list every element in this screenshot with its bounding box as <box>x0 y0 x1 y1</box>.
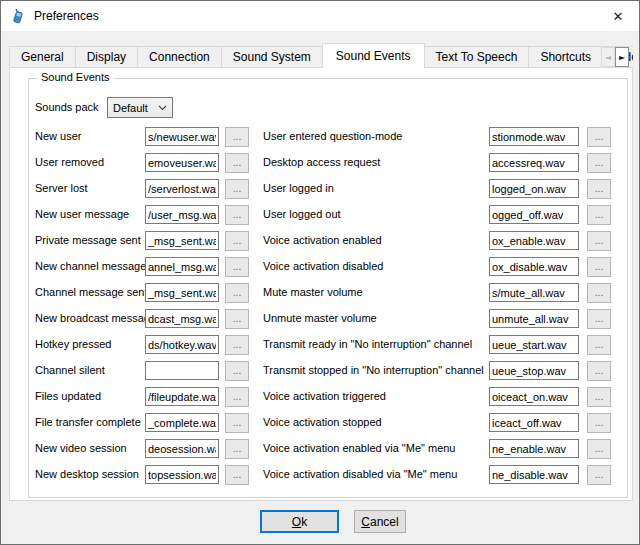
sound-file-input[interactable] <box>145 439 219 458</box>
tab-sound-system[interactable]: Sound System <box>221 46 323 67</box>
sounds-pack-select[interactable]: Default <box>107 97 173 118</box>
tab-scroll-right-button[interactable]: ► <box>615 47 629 67</box>
sound-file-input[interactable] <box>489 205 579 224</box>
chevron-down-icon <box>158 105 167 111</box>
browse-button[interactable]: ... <box>587 205 611 225</box>
event-label: User removed <box>35 156 104 168</box>
browse-button[interactable]: ... <box>587 309 611 329</box>
browse-button[interactable]: ... <box>225 127 249 147</box>
sound-event-row: Server lost ... User logged in ... <box>29 179 627 205</box>
event-label: Voice activation stopped <box>263 416 382 428</box>
sound-file-input[interactable] <box>489 361 579 380</box>
browse-button[interactable]: ... <box>225 231 249 251</box>
ok-button[interactable]: Ok <box>260 510 339 533</box>
sound-file-input[interactable] <box>489 413 579 432</box>
sound-event-row: New user ... User entered question-mode … <box>29 127 627 153</box>
sounds-pack-value: Default <box>113 102 148 114</box>
tab-text-to-speech[interactable]: Text To Speech <box>424 46 530 67</box>
browse-button[interactable]: ... <box>225 179 249 199</box>
sound-file-input[interactable] <box>489 387 579 406</box>
sound-file-input[interactable] <box>489 127 579 146</box>
sound-file-input[interactable] <box>145 153 219 172</box>
sound-file-input[interactable] <box>145 413 219 432</box>
event-label: New user message <box>35 208 129 220</box>
event-label: Desktop access request <box>263 156 380 168</box>
event-label: New desktop session <box>35 468 139 480</box>
browse-button[interactable]: ... <box>225 335 249 355</box>
close-button[interactable]: ✕ <box>597 1 639 31</box>
browse-button[interactable]: ... <box>587 465 611 485</box>
sound-event-row: New user message ... User logged out ... <box>29 205 627 231</box>
browse-button[interactable]: ... <box>587 127 611 147</box>
sound-file-input[interactable] <box>145 309 219 328</box>
window-title: Preferences <box>34 9 99 23</box>
tab-sound-events[interactable]: Sound Events <box>322 43 425 68</box>
browse-button[interactable]: ... <box>587 153 611 173</box>
browse-button[interactable]: ... <box>225 309 249 329</box>
sound-file-input[interactable] <box>145 361 219 380</box>
event-label: New broadcast message <box>35 312 156 324</box>
sound-file-input[interactable] <box>145 205 219 224</box>
tab-scroll-left-button[interactable]: ◄ <box>601 47 615 67</box>
sound-file-input[interactable] <box>145 257 219 276</box>
sound-file-input[interactable] <box>145 231 219 250</box>
sound-file-input[interactable] <box>489 283 579 302</box>
sound-file-input[interactable] <box>145 179 219 198</box>
browse-button[interactable]: ... <box>587 231 611 251</box>
sound-file-input[interactable] <box>145 283 219 302</box>
browse-button[interactable]: ... <box>225 439 249 459</box>
browse-button[interactable]: ... <box>587 257 611 277</box>
sound-event-row: Channel message sent ... Mute master vol… <box>29 283 627 309</box>
sound-file-input[interactable] <box>489 309 579 328</box>
titlebar: Preferences ✕ <box>1 1 639 31</box>
sound-file-input[interactable] <box>489 257 579 276</box>
browse-button[interactable]: ... <box>587 361 611 381</box>
sound-file-input[interactable] <box>489 465 579 484</box>
event-label: New video session <box>35 442 127 454</box>
sound-file-input[interactable] <box>145 465 219 484</box>
event-label: Unmute master volume <box>263 312 377 324</box>
sound-file-input[interactable] <box>489 335 579 354</box>
sound-file-input[interactable] <box>489 153 579 172</box>
tab-general[interactable]: General <box>9 46 76 67</box>
tab-connection[interactable]: Connection <box>137 46 222 67</box>
browse-button[interactable]: ... <box>225 153 249 173</box>
event-label: User logged in <box>263 182 334 194</box>
browse-button[interactable]: ... <box>225 413 249 433</box>
sound-file-input[interactable] <box>145 387 219 406</box>
sound-events-rows: New user ... User entered question-mode … <box>29 127 627 491</box>
ok-button-label: Ok <box>292 515 307 529</box>
tab-display[interactable]: Display <box>75 46 138 67</box>
browse-button[interactable]: ... <box>225 465 249 485</box>
event-label: Channel silent <box>35 364 105 376</box>
sound-event-row: New broadcast message ... Unmute master … <box>29 309 627 335</box>
tab-shortcuts[interactable]: Shortcuts <box>528 46 603 67</box>
sound-file-input[interactable] <box>489 439 579 458</box>
browse-button[interactable]: ... <box>587 335 611 355</box>
event-label: Transmit stopped in "No interruption" ch… <box>263 364 484 376</box>
event-label: Voice activation enabled <box>263 234 382 246</box>
sound-file-input[interactable] <box>489 231 579 250</box>
browse-button[interactable]: ... <box>587 283 611 303</box>
browse-button[interactable]: ... <box>225 205 249 225</box>
browse-button[interactable]: ... <box>587 413 611 433</box>
browse-button[interactable]: ... <box>587 179 611 199</box>
event-label: Private message sent <box>35 234 141 246</box>
sound-event-row: Hotkey pressed ... Transmit ready in "No… <box>29 335 627 361</box>
event-label: Voice activation disabled via "Me" menu <box>263 468 457 480</box>
cancel-button[interactable]: Cancel <box>354 510 406 533</box>
tab-label: Shortcuts <box>540 50 591 64</box>
sound-file-input[interactable] <box>489 179 579 198</box>
sound-file-input[interactable] <box>145 127 219 146</box>
event-label: Voice activation enabled via "Me" menu <box>263 442 455 454</box>
browse-button[interactable]: ... <box>587 387 611 407</box>
browse-button[interactable]: ... <box>225 257 249 277</box>
sound-file-input[interactable] <box>145 335 219 354</box>
tab-label: Display <box>87 50 126 64</box>
browse-button[interactable]: ... <box>225 283 249 303</box>
event-label: Transmit ready in "No interruption" chan… <box>263 338 472 350</box>
browse-button[interactable]: ... <box>225 387 249 407</box>
browse-button[interactable]: ... <box>587 439 611 459</box>
tab-label: Connection <box>149 50 210 64</box>
browse-button[interactable]: ... <box>225 361 249 381</box>
